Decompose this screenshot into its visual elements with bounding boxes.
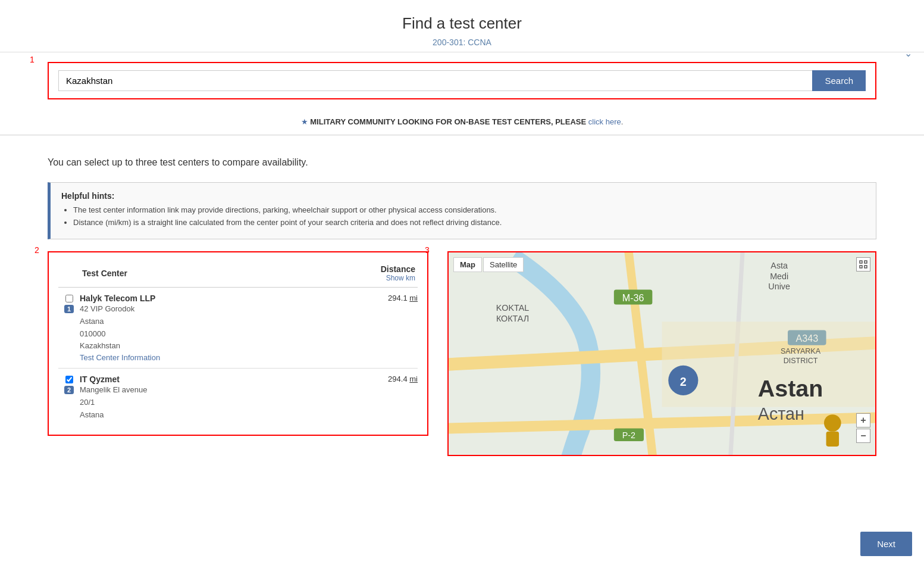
tc2-checkbox[interactable]	[65, 376, 73, 383]
svg-text:SARYARKA: SARYARKA	[781, 347, 821, 355]
tc2-name: IT Qyzmet	[80, 374, 370, 384]
tc1-checkbox[interactable]	[65, 295, 73, 302]
test-center-row-1: 1 Halyk Telecom LLP 42 VIP Gorodok Astan…	[58, 288, 418, 369]
svg-text:КОКТАЛ: КОКТАЛ	[496, 314, 529, 323]
svg-text:M-36: M-36	[622, 292, 644, 303]
test-center-row-2: 2 IT Qyzmet Mangelik El avenue 20/1 Asta…	[58, 369, 418, 427]
map-svg: M-36 A343 P-2 Astan Астан Asta Medi Un	[449, 252, 875, 455]
tc1-info-link[interactable]: Test Center Information	[80, 353, 160, 362]
map-zoom-in-button[interactable]: +	[856, 413, 870, 427]
svg-text:Астан: Астан	[758, 404, 804, 423]
map-tabs: Map Satellite	[453, 257, 524, 272]
hint-item-1: The test center information link may pro…	[73, 205, 865, 214]
svg-text:Medi: Medi	[770, 271, 788, 281]
step-1-label: 1	[30, 55, 35, 64]
search-row: Search	[58, 70, 866, 91]
tc1-distance: 294.1 mi	[370, 294, 418, 302]
tc2-address: Mangelik El avenue 20/1 Astana	[80, 384, 370, 421]
search-input[interactable]	[58, 70, 812, 91]
svg-point-27	[824, 414, 841, 432]
search-button[interactable]: Search	[812, 70, 866, 91]
military-link[interactable]: click here	[588, 117, 621, 126]
tc1-address: 42 VIP Gorodok Astana 010000 Kazakhstan	[80, 303, 370, 352]
military-text: MILITARY COMMUNITY looking for on-base t…	[310, 117, 586, 126]
step-3-label: 3	[425, 245, 430, 255]
hints-list: The test center information link may pro…	[61, 205, 865, 227]
svg-rect-0	[860, 261, 862, 263]
svg-text:Asta: Asta	[770, 261, 788, 270]
military-period: .	[621, 117, 624, 126]
test-center-list-panel: Test Center Distance Show km 1	[48, 251, 428, 436]
tc2-info: IT Qyzmet Mangelik El avenue 20/1 Astana	[80, 374, 370, 421]
star-icon: ★	[301, 117, 308, 126]
svg-text:DISTRICT: DISTRICT	[784, 357, 818, 365]
page-header: Find a test center 200-301: CCNA	[0, 0, 924, 52]
tc1-name: Halyk Telecom LLP	[80, 294, 370, 303]
tc1-marker: 1	[64, 305, 74, 313]
exam-code: 200-301: CCNA	[433, 38, 491, 47]
show-km-link[interactable]: Show km	[271, 274, 415, 282]
page-title: Find a test center	[0, 14, 924, 33]
svg-text:Unive: Unive	[768, 282, 790, 291]
tc2-checkbox-col: 2	[58, 374, 80, 394]
svg-rect-2	[860, 266, 862, 268]
compare-text: You can select up to three test centers …	[0, 143, 924, 175]
map-fullscreen-button[interactable]	[856, 257, 870, 271]
tc1-checkbox-col: 1	[58, 294, 80, 313]
tc2-marker: 2	[64, 386, 74, 394]
svg-text:KOKTAL: KOKTAL	[496, 303, 530, 313]
svg-rect-1	[865, 261, 867, 263]
svg-text:P-2: P-2	[622, 430, 635, 440]
svg-rect-28	[826, 432, 840, 447]
tc2-distance: 294.4 mi	[370, 374, 418, 383]
hint-item-2: Distance (mi/km) is a straight line calc…	[73, 218, 865, 227]
hints-title: Helpful hints:	[61, 191, 865, 201]
chevron-down-icon[interactable]: ⌄	[904, 48, 912, 59]
svg-rect-3	[865, 266, 867, 268]
test-center-table: Test Center Distance Show km	[58, 260, 418, 288]
map-zoom-controls: + −	[856, 413, 870, 443]
tc1-info: Halyk Telecom LLP 42 VIP Gorodok Astana …	[80, 294, 370, 362]
hints-box: Helpful hints: The test center informati…	[48, 182, 876, 239]
military-notice: ★ MILITARY COMMUNITY looking for on-base…	[0, 109, 924, 135]
map-panel: Map Satellite	[447, 251, 876, 456]
map-container[interactable]: Map Satellite	[449, 252, 875, 455]
map-tab-satellite[interactable]: Satellite	[483, 257, 524, 272]
main-content: 2 Test Center Distance Show km	[48, 251, 876, 492]
map-tab-map[interactable]: Map	[453, 257, 482, 272]
col-distance: Distance Show km	[268, 260, 418, 288]
map-zoom-out-button[interactable]: −	[856, 429, 870, 443]
svg-text:Astan: Astan	[758, 375, 823, 401]
col-test-center: Test Center	[80, 260, 268, 288]
svg-text:2: 2	[680, 375, 687, 388]
step-2-label: 2	[35, 245, 39, 255]
